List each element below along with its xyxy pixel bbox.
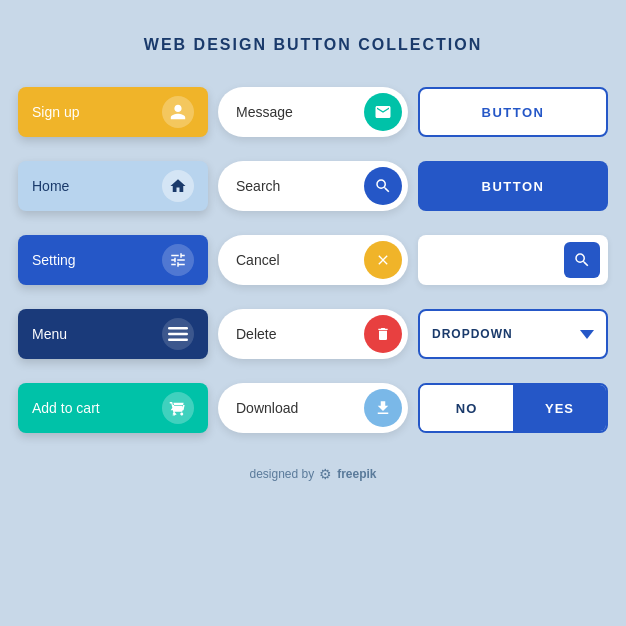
svg-rect-0 (168, 327, 188, 330)
dropdown-label: DROPDOWN (432, 327, 513, 341)
x-icon (364, 241, 402, 279)
menu-label: Menu (32, 326, 67, 342)
home-button[interactable]: Home (18, 161, 208, 211)
search-button[interactable]: Search (218, 161, 408, 211)
sliders-icon (162, 244, 194, 276)
no-label: NO (456, 401, 478, 416)
delete-label: Delete (236, 326, 364, 342)
setting-label: Setting (32, 252, 76, 268)
trash-icon (364, 315, 402, 353)
download-icon (364, 389, 402, 427)
signup-button[interactable]: Sign up (18, 87, 208, 137)
yes-button[interactable]: YES (513, 385, 606, 431)
search-right-button[interactable] (418, 235, 608, 285)
button-outline-1-label: BUTTON (482, 105, 545, 120)
button-grid: Sign up Message BUTTON Home Search BUTTO… (18, 82, 608, 438)
download-label: Download (236, 400, 364, 416)
button-solid-2-label: BUTTON (482, 179, 545, 194)
no-yes-button[interactable]: NO YES (418, 383, 608, 433)
hamburger-icon (162, 318, 194, 350)
search-label: Search (236, 178, 364, 194)
footer-brand: freepik (337, 467, 376, 481)
home-label: Home (32, 178, 69, 194)
message-label: Message (236, 104, 364, 120)
cart-icon (162, 392, 194, 424)
signup-label: Sign up (32, 104, 79, 120)
no-button[interactable]: NO (420, 385, 513, 431)
setting-button[interactable]: Setting (18, 235, 208, 285)
addtocart-button[interactable]: Add to cart (18, 383, 208, 433)
svg-rect-1 (168, 333, 188, 336)
yes-label: YES (545, 401, 574, 416)
envelope-icon (364, 93, 402, 131)
home-icon (162, 170, 194, 202)
search-box-icon (564, 242, 600, 278)
download-button[interactable]: Download (218, 383, 408, 433)
footer-label: designed by (249, 467, 314, 481)
cancel-button[interactable]: Cancel (218, 235, 408, 285)
chevron-down-icon (580, 330, 594, 339)
search-icon (364, 167, 402, 205)
cancel-label: Cancel (236, 252, 364, 268)
footer: designed by ⚙ freepik (249, 466, 376, 482)
svg-rect-2 (168, 339, 188, 342)
user-icon (162, 96, 194, 128)
delete-button[interactable]: Delete (218, 309, 408, 359)
page-title: WEB DESIGN BUTTON COLLECTION (144, 36, 482, 54)
menu-button[interactable]: Menu (18, 309, 208, 359)
message-button[interactable]: Message (218, 87, 408, 137)
button-solid-2[interactable]: BUTTON (418, 161, 608, 211)
dropdown-button[interactable]: DROPDOWN (418, 309, 608, 359)
button-outline-1[interactable]: BUTTON (418, 87, 608, 137)
freepik-logo: ⚙ (319, 466, 332, 482)
addtocart-label: Add to cart (32, 400, 100, 416)
